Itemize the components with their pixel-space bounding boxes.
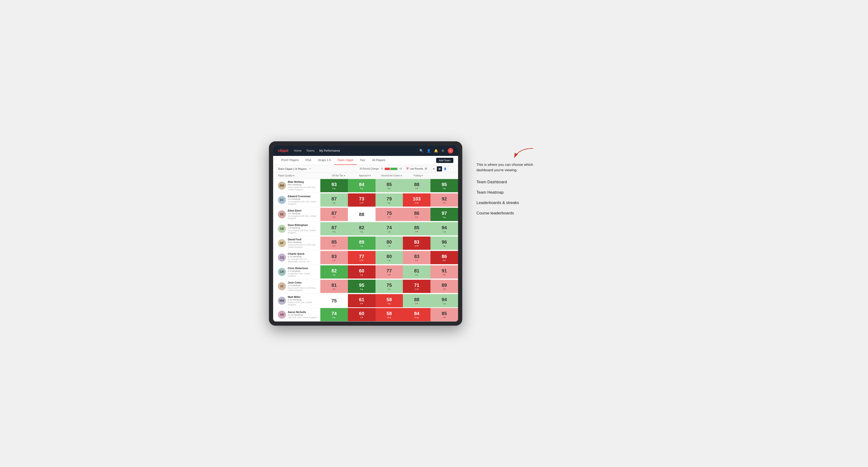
player-avatar: CQ	[278, 253, 286, 261]
person-view-button[interactable]: 👤	[442, 166, 448, 172]
annotation-panel: This is where you can choose which dashb…	[476, 141, 538, 216]
nav-link-home[interactable]: Home	[294, 148, 302, 153]
score-value: 92	[441, 196, 447, 201]
nav-link-teams[interactable]: Teams	[306, 148, 314, 153]
round-change-label: 20 Round Change	[360, 167, 379, 170]
player-info: Josh Coles 1-5 Handicap Royal North Devo…	[288, 281, 318, 291]
nav-links: Home Teams My Performance	[294, 148, 340, 153]
player-cell[interactable]: AN Aaron Nicholls 11-15 Handicap Drift G…	[273, 309, 320, 320]
score-value: 73	[359, 196, 364, 201]
col-player-quality[interactable]: Player Quality ▾	[278, 174, 325, 177]
score-cell: 81 3▼	[320, 280, 348, 293]
avatar[interactable]: U	[448, 148, 453, 154]
player-name: Edward Crossman	[288, 195, 318, 198]
player-club: Craigmillar Park, United Kingdom	[288, 272, 318, 277]
player-club: Royal North Devon Golf Club, United King…	[288, 186, 318, 191]
sub-nav-team-clippd[interactable]: Team Clippd	[334, 156, 356, 165]
tablet-screen: clippd Home Teams My Performance 🔍 👤 🔔 ⚙…	[273, 146, 458, 321]
sub-nav-pgat[interactable]: PGAT Players	[278, 156, 302, 165]
player-name: Chris Robertson	[288, 267, 318, 270]
edit-icon[interactable]: ✏	[309, 167, 311, 170]
player-cell[interactable]: JC Josh Coles 1-5 Handicap Royal North D…	[273, 279, 320, 293]
nav-link-my-performance[interactable]: My Performance	[319, 148, 340, 153]
score-value: 87	[331, 196, 337, 201]
download-button[interactable]: ↓	[448, 166, 453, 172]
score-cell: 91 3▼	[431, 266, 458, 279]
score-value: 96	[441, 239, 447, 245]
score-value: 58	[386, 297, 392, 302]
score-cell: 97 5▲	[431, 208, 458, 221]
score-cell: 82 3▲	[320, 266, 348, 279]
player-cell[interactable]: EE Elliot Ebert 1-5 Handicap Sunningdale…	[273, 207, 320, 221]
player-cell[interactable]: CR Chris Robertson 1-5 Handicap Craigmil…	[273, 265, 320, 279]
col-off-tee[interactable]: Off the Tee ▾	[325, 174, 352, 177]
player-handicap: Plus Handicap	[288, 184, 318, 186]
player-cell[interactable]: EC Edward Crossman 1-5 Handicap Sunningd…	[273, 193, 320, 207]
player-name: Elliot Ebert	[288, 209, 318, 212]
score-cell: 95 8▲	[348, 280, 375, 293]
player-info: Blair McHarg Plus Handicap Royal North D…	[288, 181, 318, 191]
bell-icon[interactable]: 🔔	[434, 149, 438, 153]
player-info: Aaron Nicholls 11-15 Handicap Drift Golf…	[288, 311, 317, 319]
player-handicap: 1-5 Handicap	[288, 227, 318, 229]
search-icon[interactable]: 🔍	[420, 149, 423, 153]
score-cell: 89 2▼	[431, 280, 458, 293]
grid-view-button[interactable]: ⊞	[431, 166, 436, 172]
settings-icon[interactable]: ⚙	[441, 149, 444, 153]
add-team-button[interactable]: Add Team	[436, 158, 453, 163]
score-value: 84	[414, 311, 420, 316]
player-cell[interactable]: DF David Ford Plus Handicap Royal North …	[273, 236, 320, 250]
score-cell: 87 4▲	[320, 222, 348, 236]
player-cell[interactable]: CQ Charlie Quick 6-10 Handicap St. Georg…	[273, 250, 320, 264]
score-cell: 85 4▼	[431, 308, 458, 321]
player-name: Matt Miller	[288, 295, 318, 299]
table-row: DB Dave Billingham 1-5 Handicap Gog Mago…	[273, 222, 458, 236]
player-cell[interactable]: BM Blair McHarg Plus Handicap Royal Nort…	[273, 179, 320, 193]
player-club: Royal North Devon Golf Club, United King…	[288, 287, 318, 291]
score-value: 77	[386, 268, 392, 274]
score-value: 95	[359, 283, 364, 288]
sub-nav-all-players[interactable]: All Players	[369, 156, 389, 165]
player-cell[interactable]: DB Dave Billingham 1-5 Handicap Gog Mago…	[273, 222, 320, 236]
score-value: 83	[414, 239, 420, 245]
player-avatar: EC	[278, 196, 286, 204]
nav-right: 🔍 👤 🔔 ⚙ U	[420, 148, 453, 154]
score-value: 60	[359, 311, 364, 316]
score-cell: 58 10▲	[375, 308, 403, 321]
score-value: 87	[331, 225, 337, 230]
bar-negative	[385, 168, 390, 170]
score-value: 81	[414, 268, 420, 274]
score-value: 79	[386, 196, 392, 201]
table-body: BM Blair McHarg Plus Handicap Royal Nort…	[273, 179, 458, 321]
score-value: 58	[386, 311, 392, 316]
score-value: 60	[359, 268, 364, 274]
sub-nav-tour[interactable]: Tour	[356, 156, 369, 165]
sub-nav-pga[interactable]: PGA	[302, 156, 315, 165]
tablet-frame: clippd Home Teams My Performance 🔍 👤 🔔 ⚙…	[269, 141, 462, 326]
team-name: Team Clippd | 14 Players	[278, 167, 307, 170]
player-avatar: MM	[278, 297, 286, 305]
sub-nav-hcaps[interactable]: Hcaps 1-5	[315, 156, 334, 165]
col-around-green[interactable]: Around the Green ▾	[378, 174, 405, 177]
team-header: Team Clippd | 14 Players ✏ 20 Round Chan…	[273, 165, 458, 173]
score-value: 83	[414, 254, 420, 259]
last-rounds-button[interactable]: 📅 Last Rounds: 20	[404, 166, 429, 171]
player-cell[interactable]: MM Matt Miller 6-10 Handicap Woburn Golf…	[273, 294, 320, 308]
player-info: Matt Miller 6-10 Handicap Woburn Golf Cl…	[288, 295, 318, 306]
score-value: 88	[414, 297, 420, 302]
col-putting[interactable]: Putting ▾	[405, 174, 431, 177]
score-cell: 58 4▲	[375, 294, 403, 307]
annotation-item-1: Team Heatmap	[476, 190, 538, 195]
col-approach[interactable]: Approach ▾	[352, 174, 378, 177]
score-value: 80	[386, 239, 392, 245]
annotation-item-0: Team Dashboard	[476, 180, 538, 184]
player-avatar: DB	[278, 225, 286, 233]
player-handicap: Plus Handicap	[288, 241, 318, 243]
heatmap-view-button[interactable]: ▦	[437, 166, 442, 172]
player-info: Edward Crossman 1-5 Handicap Sunningdale…	[288, 195, 318, 205]
score-cell: 83 6▼	[403, 251, 431, 264]
player-club: Woburn Golf Club, United Kingdom	[288, 301, 318, 306]
score-cell: 77 3▼	[375, 266, 403, 279]
user-icon[interactable]: 👤	[427, 149, 431, 153]
round-change-bar	[385, 168, 398, 170]
